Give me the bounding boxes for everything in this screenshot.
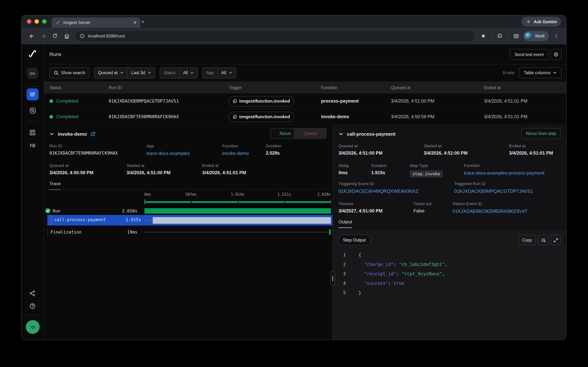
toolbar-separator (508, 33, 508, 39)
chevron-down-icon (148, 71, 151, 75)
chevron-down-icon (553, 71, 557, 75)
output-section: Step Output Copy (333, 230, 566, 340)
column-header-function[interactable]: Function (321, 85, 391, 90)
ask-gemini-label: Ask Gemini (534, 19, 557, 24)
trace-span-finalization[interactable]: Finalization19ms (44, 227, 332, 237)
sidebar-divider (27, 121, 38, 122)
maximize-window-button[interactable] (42, 19, 47, 24)
browser-tab[interactable]: Inngest Server ✕ (52, 17, 140, 28)
run-id[interactable]: 01KJXDACKB9MPQACGTDP7JAVS1 (109, 99, 229, 104)
column-header-queued-at[interactable]: Queued at (391, 85, 484, 90)
minimize-window-button[interactable] (34, 19, 39, 24)
timeline-tick-label: 1.521s (270, 192, 299, 196)
field-value-return-event-id[interactable]: 01KJXDAE66CMZMB28439023V4T (453, 209, 528, 214)
time-field-dropdown[interactable]: Queued at (94, 67, 127, 78)
code-line: 2 "charge_id": "ch_1abc2def3ghi", (333, 260, 566, 269)
field-value-delay: 0ms (339, 170, 368, 175)
dev-mode-code-button[interactable] (26, 320, 40, 334)
tab-trace[interactable]: Trace (50, 181, 61, 190)
run-fields-row-1: Run ID01KJXDACBF7E98M00RAFCK9HAXApptrace… (50, 144, 285, 156)
field-value-triggered-run-id[interactable]: 01KJXDACKB9MPQACGTDP7JAVS1 (454, 188, 533, 194)
share-icon (29, 290, 36, 297)
sidebar-item-help[interactable] (26, 300, 39, 312)
rerun-from-step-button[interactable]: Rerun from step (521, 128, 561, 139)
trigger-name: inngest/function.invoked (239, 99, 290, 104)
step-output-pill[interactable]: Step Output (338, 235, 371, 245)
tab-output[interactable]: Output (339, 219, 352, 228)
step-output-code[interactable]: 1{2 "charge_id": "ch_1abc2def3ghi",3 "re… (333, 250, 566, 298)
app-badge-dv[interactable]: DV (27, 68, 38, 79)
field-value-triggering-event-id[interactable]: 01KJXDACEC6H49QRQXWEA93NXZ (339, 188, 451, 194)
column-header-ended-at[interactable]: Ended at (484, 85, 566, 90)
sidebar-item-runs[interactable] (26, 88, 39, 100)
step-details-panel: call-process-payment Rerun from step Que… (332, 125, 566, 340)
field-value-function[interactable]: trace-docs-examples-process-payment (464, 170, 544, 176)
column-header-run-id[interactable]: Run ID (109, 85, 229, 90)
page-title: Runs (50, 51, 61, 57)
run-id[interactable]: 01KJXDACBF7E98M00RAFCK9HAX (109, 114, 229, 119)
site-info-icon[interactable] (80, 33, 85, 39)
sidebar-item-apps[interactable] (26, 126, 39, 139)
column-header-trigger[interactable]: Trigger (229, 85, 321, 90)
browser-menu-kebab-icon[interactable] (551, 31, 561, 41)
url-bar[interactable]: localhost:8288/runs (75, 31, 475, 41)
status-filter-dropdown[interactable]: All (179, 67, 198, 78)
word-wrap-button[interactable] (538, 235, 548, 245)
copy-button[interactable]: Copy (518, 235, 536, 245)
trace-span-run[interactable]: Run2.028s (44, 206, 332, 216)
reload-icon[interactable] (50, 31, 60, 41)
ask-gemini-button[interactable]: Ask Gemini (521, 17, 561, 26)
macos-window-controls (27, 19, 47, 24)
span-duration: 19ms (111, 230, 137, 235)
sidebar-item-functions[interactable] (26, 139, 39, 151)
table-row[interactable]: Completed01KJXDACBF7E98M00RAFCK9HAXinnge… (44, 109, 566, 125)
sidebar-item-event-search[interactable] (26, 104, 39, 117)
settings-gear-button[interactable] (551, 49, 562, 60)
trigger-badge[interactable]: inngest/function.invoked (229, 111, 294, 122)
table-header: Status Run ID Trigger Function Queued at… (44, 82, 566, 93)
table-row[interactable]: Completed01KJXDACKB9MPQACGTDP7JAVS1innge… (44, 93, 566, 109)
extensions-icon[interactable] (495, 31, 505, 41)
panel-resize-handle[interactable] (331, 271, 335, 285)
chevron-down-icon (120, 71, 124, 75)
tab-close-icon[interactable]: ✕ (133, 20, 137, 25)
field-label-function: Function (222, 144, 262, 148)
table-columns-button[interactable]: Table columns (519, 67, 562, 78)
time-range-dropdown[interactable]: Last 3d (128, 67, 155, 78)
collapse-chevron-icon[interactable] (50, 132, 54, 136)
span-name: Finalization (50, 230, 82, 235)
side-panel-search-icon[interactable] (511, 31, 521, 41)
home-icon[interactable] (61, 31, 72, 41)
browser-profile-button[interactable]: Work (523, 31, 549, 41)
field-label-timed-out: Timed out (414, 201, 449, 206)
forward-icon[interactable] (38, 31, 48, 41)
cancel-button[interactable]: Cancel (294, 128, 327, 139)
code-icon (29, 324, 36, 330)
step-bar (153, 217, 331, 224)
line-number: 5 (339, 288, 346, 298)
app-filter-dropdown[interactable]: All (218, 67, 236, 78)
time-filter-group: Queued at Last 3d (94, 67, 155, 78)
field-value-app[interactable]: trace-docs-examples (147, 150, 219, 156)
sidebar-item-share[interactable] (26, 287, 39, 299)
trace-span-step[interactable]: call-process-payment1.915s (47, 215, 332, 225)
bookmark-star-icon[interactable] (478, 31, 489, 41)
collapse-chevron-icon[interactable] (339, 132, 343, 136)
trigger-badge[interactable]: inngest/function.invoked (229, 96, 294, 106)
new-tab-button[interactable]: + (139, 18, 147, 25)
close-window-button[interactable] (27, 19, 31, 24)
field-label-triggering-event-id: Triggering Event ID (339, 182, 451, 186)
column-header-status[interactable]: Status (50, 85, 109, 90)
step-fields-row-3: Triggering Event ID01KJXDACEC6H49QRQXWEA… (339, 182, 537, 194)
send-test-event-button[interactable]: Send test event (510, 49, 548, 60)
field-value-function[interactable]: invoke-demo (222, 150, 262, 156)
timeline-minimap[interactable] (144, 199, 331, 204)
external-link-icon[interactable] (91, 132, 95, 136)
finalization-bar (329, 229, 331, 235)
field-label-app: App (147, 144, 219, 148)
gear-icon (553, 52, 559, 58)
expand-button[interactable] (551, 235, 561, 245)
code-line: 5} (333, 288, 566, 298)
back-icon[interactable] (26, 31, 37, 41)
show-search-button[interactable]: Show search (50, 67, 90, 78)
